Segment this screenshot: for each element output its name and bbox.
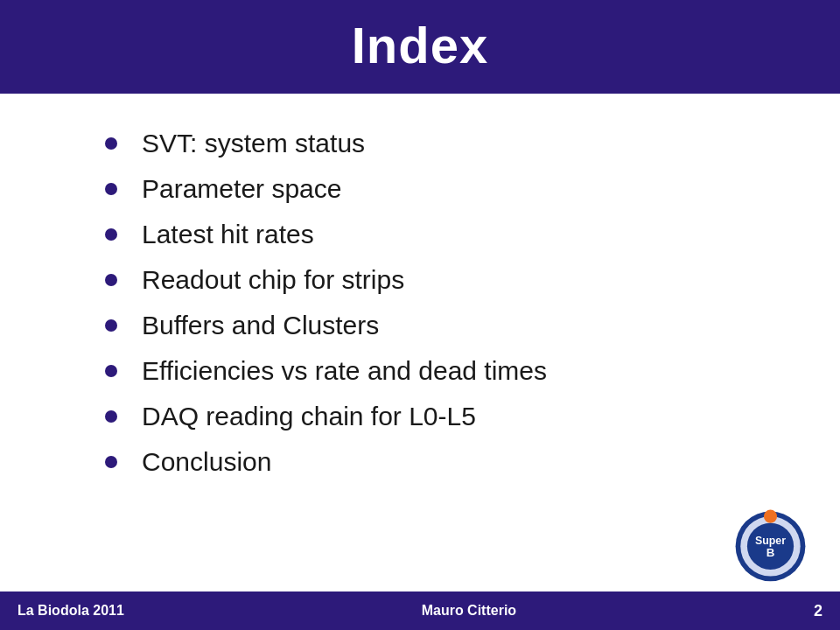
list-item: Conclusion [105, 447, 770, 477]
bullet-dot-icon [105, 183, 117, 195]
list-item: SVT: system status [105, 129, 770, 158]
list-item: Readout chip for strips [105, 265, 770, 295]
footer-bar: La Biodola 2011 Mauro Citterio 2 [0, 592, 840, 630]
list-item-label: SVT: system status [142, 129, 365, 158]
list-item-label: Latest hit rates [142, 220, 314, 249]
bullet-dot-icon [105, 228, 117, 241]
superb-logo-area: Super B [726, 499, 814, 586]
superb-logo-svg: Super B [729, 501, 812, 584]
page-title: Index [35, 16, 805, 74]
bullet-dot-icon [105, 274, 117, 286]
list-item: DAQ reading chain for L0-L5 [105, 402, 770, 431]
list-item: Buffers and Clusters [105, 311, 770, 340]
footer-event: La Biodola 2011 [18, 603, 124, 619]
list-item-label: Conclusion [142, 447, 271, 477]
list-item-label: DAQ reading chain for L0-L5 [142, 402, 476, 431]
list-item: Efficiencies vs rate and dead times [105, 356, 770, 386]
list-item-label: Parameter space [142, 174, 341, 204]
list-item: Parameter space [105, 174, 770, 204]
footer-page-number: 2 [814, 602, 822, 620]
list-item-label: Buffers and Clusters [142, 311, 379, 340]
list-item-label: Efficiencies vs rate and dead times [142, 356, 547, 386]
bullet-dot-icon [105, 137, 117, 150]
bullet-dot-icon [105, 319, 117, 332]
footer-author: Mauro Citterio [422, 603, 516, 619]
bullet-dot-icon [105, 456, 117, 468]
list-item-label: Readout chip for strips [142, 265, 404, 295]
main-content: SVT: system statusParameter spaceLatest … [0, 94, 840, 510]
bullet-dot-icon [105, 410, 117, 423]
list-item: Latest hit rates [105, 220, 770, 249]
svg-text:B: B [766, 545, 774, 558]
header-bar: Index [0, 0, 840, 94]
bullet-list: SVT: system statusParameter spaceLatest … [105, 129, 770, 477]
bullet-dot-icon [105, 365, 117, 377]
svg-point-2 [763, 509, 776, 522]
